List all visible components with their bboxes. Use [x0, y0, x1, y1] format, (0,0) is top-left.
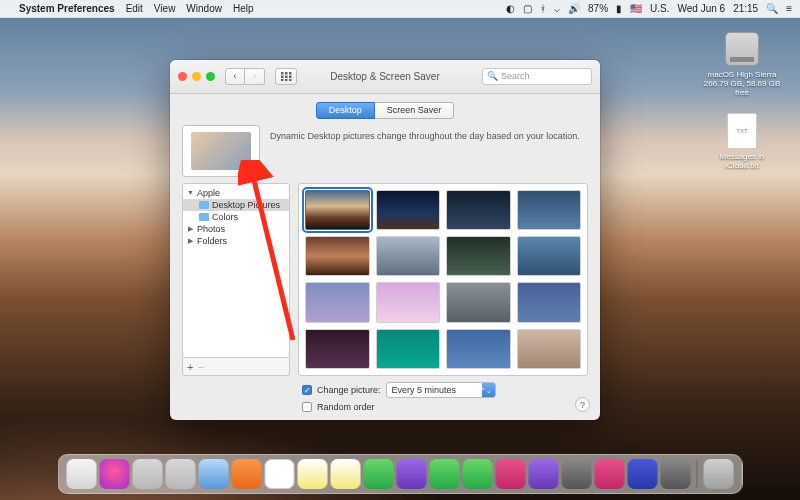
wallpaper-thumb[interactable] [517, 236, 582, 276]
change-picture-interval-select[interactable]: Every 5 minutes ⌃⌄ [386, 382, 496, 398]
fast-user-icon[interactable]: ◐ [506, 3, 515, 14]
preferences-window: ‹ › Desktop & Screen Saver 🔍 Search Desk… [170, 60, 600, 420]
wallpaper-thumb[interactable] [517, 190, 582, 230]
dock-separator [697, 460, 698, 488]
desktop-icon-disk[interactable]: macOS High Sierra266.79 GB, 58.69 GB fre… [702, 30, 782, 98]
disk-sublabel: 266.79 GB, 58.69 GB free [704, 79, 781, 97]
wallpaper-thumb[interactable] [305, 236, 370, 276]
dynamic-desktop-description: Dynamic Desktop pictures change througho… [270, 125, 588, 141]
help-button[interactable]: ? [575, 397, 590, 412]
sidebar-item-folders[interactable]: ▶Folders [183, 235, 289, 247]
source-sidebar: ▼Apple Desktop Pictures Colors ▶Photos ▶… [182, 183, 290, 358]
battery-icon[interactable]: ▮ [616, 3, 622, 14]
wallpaper-thumb[interactable] [446, 236, 511, 276]
dock-item-itunes[interactable] [496, 459, 526, 489]
battery-percent[interactable]: 87% [588, 3, 608, 14]
menu-help[interactable]: Help [233, 3, 254, 14]
wallpaper-thumb[interactable] [376, 282, 441, 322]
sidebar-item-colors[interactable]: Colors [183, 211, 289, 223]
dock [58, 454, 743, 494]
tab-desktop[interactable]: Desktop [316, 102, 375, 119]
forward-button: › [245, 68, 265, 85]
show-all-button[interactable] [275, 68, 297, 85]
grid-icon [281, 72, 292, 81]
folder-icon [199, 213, 209, 221]
add-folder-button[interactable]: + [187, 361, 193, 373]
menu-view[interactable]: View [154, 3, 176, 14]
search-field[interactable]: 🔍 Search [482, 68, 592, 85]
svg-rect-1 [285, 72, 288, 75]
wallpaper-thumb[interactable] [446, 190, 511, 230]
window-titlebar[interactable]: ‹ › Desktop & Screen Saver 🔍 Search [170, 60, 600, 94]
remove-folder-button[interactable]: − [197, 361, 203, 373]
chevron-updown-icon: ⌃⌄ [480, 387, 492, 394]
dock-item-trash[interactable] [704, 459, 734, 489]
dock-item-maps[interactable] [364, 459, 394, 489]
current-wallpaper-preview [182, 125, 260, 177]
sidebar-item-apple[interactable]: ▼Apple [183, 187, 289, 199]
disk-icon [725, 32, 759, 66]
dock-item-settings[interactable] [661, 459, 691, 489]
random-order-checkbox[interactable] [302, 402, 312, 412]
dock-item-facetime[interactable] [463, 459, 493, 489]
tab-screen-saver[interactable]: Screen Saver [375, 102, 455, 119]
wallpaper-thumb[interactable] [376, 329, 441, 369]
spotlight-icon[interactable]: 🔍 [766, 3, 778, 14]
wallpaper-thumb[interactable] [517, 329, 582, 369]
select-value: Every 5 minutes [392, 385, 457, 395]
dock-item-appstore[interactable] [628, 459, 658, 489]
wallpaper-thumb[interactable] [517, 282, 582, 322]
svg-rect-2 [289, 72, 292, 75]
volume-icon[interactable]: 🔊 [568, 3, 580, 14]
menubar-date[interactable]: Wed Jun 6 [678, 3, 726, 14]
airplay-icon[interactable]: ▢ [523, 3, 532, 14]
sidebar-item-desktop-pictures[interactable]: Desktop Pictures [183, 199, 289, 211]
wallpaper-thumb[interactable] [305, 329, 370, 369]
wallpaper-thumb[interactable] [446, 329, 511, 369]
flag-icon[interactable]: 🇺🇸 [630, 3, 642, 14]
svg-rect-4 [285, 75, 288, 78]
dock-item-messages[interactable] [430, 459, 460, 489]
dock-item-photos[interactable] [397, 459, 427, 489]
dock-item-tv[interactable] [562, 459, 592, 489]
zoom-button[interactable] [206, 72, 215, 81]
bluetooth-icon[interactable]: ᚼ [540, 3, 546, 14]
svg-rect-7 [285, 79, 288, 81]
random-order-label: Random order [317, 402, 375, 412]
wifi-icon[interactable]: ⌵ [554, 3, 560, 14]
svg-rect-8 [289, 79, 292, 81]
notification-center-icon[interactable]: ≡ [786, 3, 792, 14]
desktop-icon-txt[interactable]: TXT Messages in iCloud.txt [702, 112, 782, 170]
dock-item-news[interactable] [595, 459, 625, 489]
search-icon: 🔍 [487, 71, 498, 81]
menu-window[interactable]: Window [186, 3, 222, 14]
txt-label: Messages in iCloud.txt [702, 152, 782, 170]
dock-item-podcasts[interactable] [529, 459, 559, 489]
dock-item-notes[interactable] [298, 459, 328, 489]
dock-item-calendar[interactable] [265, 459, 295, 489]
menu-edit[interactable]: Edit [126, 3, 143, 14]
close-button[interactable] [178, 72, 187, 81]
wallpaper-thumb[interactable] [305, 282, 370, 322]
dock-item-launchpad[interactable] [133, 459, 163, 489]
change-picture-checkbox[interactable]: ✓ [302, 385, 312, 395]
menubar-time[interactable]: 21:15 [733, 3, 758, 14]
minimize-button[interactable] [192, 72, 201, 81]
wallpaper-thumb[interactable] [376, 236, 441, 276]
dock-item-mail[interactable] [199, 459, 229, 489]
wallpaper-thumb[interactable] [376, 190, 441, 230]
dock-item-finder[interactable] [67, 459, 97, 489]
search-placeholder: Search [501, 71, 530, 81]
wallpaper-thumb[interactable] [446, 282, 511, 322]
wallpaper-thumb[interactable] [305, 190, 370, 230]
dock-item-reminders[interactable] [331, 459, 361, 489]
dock-item-safari[interactable] [166, 459, 196, 489]
folder-icon [199, 201, 209, 209]
menu-bar: System Preferences Edit View Window Help… [0, 0, 800, 18]
dock-item-contacts[interactable] [232, 459, 262, 489]
app-menu[interactable]: System Preferences [19, 3, 115, 14]
dock-item-siri[interactable] [100, 459, 130, 489]
sidebar-item-photos[interactable]: ▶Photos [183, 223, 289, 235]
input-source[interactable]: U.S. [650, 3, 669, 14]
back-button[interactable]: ‹ [225, 68, 245, 85]
